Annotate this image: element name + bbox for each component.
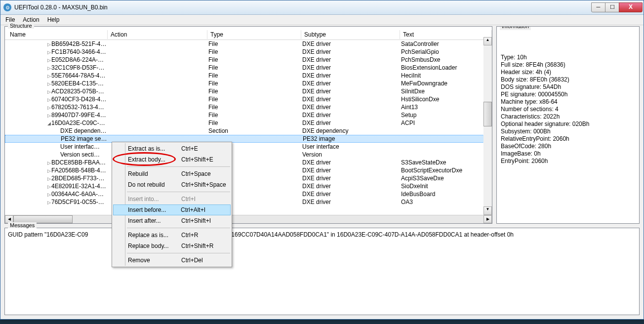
tree-row[interactable]: ▷BDCE85BB-FBAA-4…DXE driverS3SaveStateDx… — [5, 159, 492, 166]
app-window: ⚙ UEFITool 0.28.0 - MAXSUN_B0.bin ─ ☐ X … — [0, 0, 644, 320]
tree-row[interactable]: Version secti…Version — [5, 151, 492, 159]
tree-row[interactable]: ▷5820EEB4-C135-4…FileDXE driverMeFwDowng… — [5, 80, 492, 87]
tree-row[interactable]: ▷00364A4C-6A0A-4…DXE driverIdeBusBoard — [5, 190, 492, 198]
tree-body[interactable]: ▷BB65942B-521F-4…FileDXE driverSataContr… — [5, 40, 492, 215]
scroll-down-icon[interactable]: ▼ — [483, 206, 492, 215]
info-line: Full size: 8FE4h (36836) — [501, 61, 635, 69]
row-name: User interfac… — [5, 143, 108, 150]
menu-file[interactable]: File — [5, 16, 15, 23]
expand-icon[interactable]: ▷ — [46, 192, 51, 197]
scroll-right-icon[interactable]: ▶ — [483, 215, 492, 223]
row-type: File — [207, 80, 301, 87]
tree-row[interactable]: ▷ACD28235-075B-4…FileDXE driverSiInitDxe — [5, 87, 492, 95]
structure-panel: Structure Name Action Type Subtype Text … — [4, 26, 492, 224]
tree-row[interactable]: ▷60740CF3-D428-4…FileDXE driverHstiSilic… — [5, 95, 492, 103]
tree-header: Name Action Type Subtype Text — [5, 30, 492, 40]
info-text: Type: 10hFull size: 8FE4h (36836)Header … — [501, 54, 635, 165]
maximize-button[interactable]: ☐ — [605, 2, 619, 12]
row-text: SataController — [400, 40, 492, 47]
minimize-button[interactable]: ─ — [591, 2, 605, 12]
expand-icon[interactable]: ▷ — [46, 66, 51, 71]
expand-icon[interactable]: ▷ — [46, 105, 51, 110]
row-text: Setup — [400, 112, 492, 119]
row-name: ▷55E76644-78A5-4… — [5, 72, 108, 79]
tree-row[interactable]: ▷76D5CF91-0C55-4…DXE driverOA3 — [5, 198, 492, 206]
info-line: Subsystem: 000Bh — [501, 128, 635, 135]
tree-row[interactable]: ▷FA20568B-548B-4…DXE driverBootScriptExe… — [5, 166, 492, 174]
info-line: Characteristics: 2022h — [501, 113, 635, 121]
tree-row[interactable]: ▷55E76644-78A5-4…FileDXE driverHeciInit — [5, 72, 492, 80]
menu-item-insert-after[interactable]: Insert after...Ctrl+Shift+I — [113, 215, 231, 226]
context-menu[interactable]: Extract as is...Ctrl+EExtract body...Ctr… — [112, 142, 232, 267]
expand-icon[interactable]: ▷ — [46, 74, 51, 79]
menu-item-replace-as-is[interactable]: Replace as is...Ctrl+R — [113, 230, 231, 241]
expand-icon[interactable]: ▷ — [46, 81, 51, 86]
tree-row[interactable]: ▷67820532-7613-4…FileDXE driverAint13 — [5, 103, 492, 111]
expand-icon[interactable]: ▷ — [46, 42, 51, 47]
row-subtype: DXE driver — [301, 80, 400, 87]
vertical-scrollbar[interactable]: ▲ ▼ — [483, 37, 492, 215]
tree-row[interactable]: ▷FC1B7640-3466-4…FileDXE driverPchSerial… — [5, 48, 492, 56]
menu-action[interactable]: Action — [23, 16, 39, 23]
expand-icon[interactable]: ▷ — [46, 184, 51, 189]
window-title: UEFITool 0.28.0 - MAXSUN_B0.bin — [14, 4, 592, 11]
tree-row[interactable]: ▷4E82091E-32A1-4…DXE driverSioDxeInit — [5, 182, 492, 190]
menu-item-insert-before[interactable]: Insert before...Ctrl+Alt+I — [113, 204, 231, 215]
row-text: PchSmbusDxe — [400, 56, 492, 63]
tree-row[interactable]: ▷BB65942B-521F-4…FileDXE driverSataContr… — [5, 40, 492, 48]
menu-item-extract-as-is[interactable]: Extract as is...Ctrl+E — [113, 143, 231, 154]
row-name: ▷BDCE85BB-FBAA-4… — [5, 159, 108, 166]
expand-icon[interactable]: ▷ — [46, 58, 51, 63]
header-type[interactable]: Type — [207, 30, 301, 39]
menu-item-extract-body[interactable]: Extract body...Ctrl+Shift+E — [113, 154, 231, 165]
titlebar[interactable]: ⚙ UEFITool 0.28.0 - MAXSUN_B0.bin ─ ☐ X — [0, 0, 644, 15]
collapse-icon[interactable]: ◢ — [46, 121, 51, 126]
row-type: File — [207, 112, 301, 119]
tree-row[interactable]: User interfac…User interface — [5, 143, 492, 151]
menu-item-remove[interactable]: RemoveCtrl+Del — [113, 255, 231, 266]
tree-row[interactable]: PE32 image se…PE32 image — [5, 135, 492, 143]
row-text: OA3 — [400, 199, 492, 205]
header-name[interactable]: Name — [7, 30, 108, 39]
expand-icon[interactable]: ▷ — [46, 161, 51, 165]
row-subtype: DXE driver — [301, 104, 400, 111]
row-type: File — [207, 56, 301, 63]
tree-row[interactable]: ▷32C1C9F8-D53F-4…FileDXE driverBiosExten… — [5, 64, 492, 72]
tree-row[interactable]: ▷E052D8A6-224A-4…FileDXE driverPchSmbusD… — [5, 56, 492, 64]
expand-icon[interactable]: ▷ — [46, 168, 51, 173]
tree-row[interactable]: DXE dependenc…SectionDXE dependency — [5, 127, 492, 135]
scroll-thumb[interactable] — [483, 102, 492, 126]
header-action[interactable]: Action — [108, 30, 207, 39]
tree-row[interactable]: ◢16D0A23E-C09C-4…FileDXE driverACPI — [5, 119, 492, 127]
expand-icon[interactable]: ▷ — [46, 113, 51, 118]
tree-row[interactable]: ▷2BDED685-F733-4…DXE driverAcpiS3SaveDxe — [5, 174, 492, 182]
expand-icon[interactable]: ▷ — [46, 200, 51, 205]
content-area: Structure Name Action Type Subtype Text … — [0, 25, 644, 319]
row-name: ▷4E82091E-32A1-4… — [5, 183, 108, 190]
close-button[interactable]: X — [619, 2, 643, 12]
row-name: ▷67820532-7613-4… — [5, 104, 108, 111]
menu-shortcut: Ctrl+Shift+R — [181, 243, 231, 249]
row-name: ▷ACD28235-075B-4… — [5, 88, 108, 95]
message-right: 2D0169CC07D40A14AAD058FDD0CA1" in 16D0A2… — [220, 231, 514, 238]
header-text[interactable]: Text — [400, 30, 492, 39]
tree-row[interactable]: ▷899407D7-99FE-4…FileDXE driverSetup — [5, 111, 492, 119]
horizontal-scrollbar[interactable]: ◀ ▶ — [5, 215, 492, 223]
info-line: ImageBase: 0h — [501, 150, 635, 158]
menu-item-replace-body[interactable]: Replace body...Ctrl+Shift+R — [113, 241, 231, 251]
expand-icon[interactable]: ▷ — [46, 89, 51, 94]
header-subtype[interactable]: Subtype — [301, 30, 400, 39]
scroll-up-icon[interactable]: ▲ — [483, 37, 492, 45]
menu-shortcut: Ctrl+Shift+Space — [181, 181, 231, 188]
expand-icon[interactable]: ▷ — [46, 97, 51, 102]
row-text: S3SaveStateDxe — [400, 159, 492, 166]
menu-item-do-not-rebuild[interactable]: Do not rebuildCtrl+Shift+Space — [113, 179, 231, 190]
expand-icon[interactable]: ▷ — [46, 176, 51, 181]
row-subtype: DXE driver — [301, 183, 400, 190]
menu-item-rebuild[interactable]: RebuildCtrl+Space — [113, 168, 231, 179]
expand-icon[interactable]: ▷ — [46, 50, 51, 55]
row-type: File — [207, 64, 301, 71]
row-subtype: Version — [301, 151, 400, 158]
row-type: File — [207, 104, 301, 111]
menu-help[interactable]: Help — [47, 16, 60, 23]
